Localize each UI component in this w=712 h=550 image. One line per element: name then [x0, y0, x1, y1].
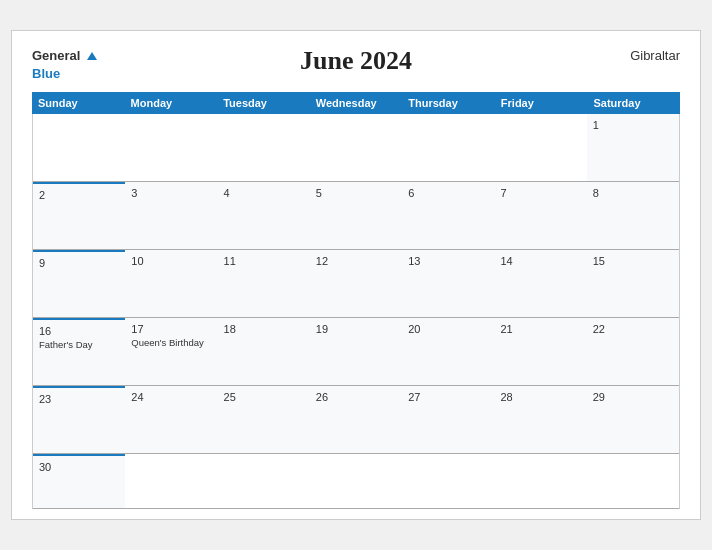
- day-number: 21: [500, 323, 580, 335]
- day-number: 22: [593, 323, 673, 335]
- day-cell: 4: [218, 182, 310, 250]
- day-cell: [310, 114, 402, 182]
- day-cell: [402, 114, 494, 182]
- day-number: 14: [500, 255, 580, 267]
- day-number: 6: [408, 187, 488, 199]
- logo: General Blue: [32, 46, 97, 82]
- day-cell: [402, 454, 494, 509]
- day-number: 8: [593, 187, 673, 199]
- day-cell: [218, 454, 310, 509]
- day-cell: [587, 454, 679, 509]
- day-number: 11: [224, 255, 304, 267]
- day-cell: [494, 454, 586, 509]
- day-header-friday: Friday: [495, 92, 588, 114]
- day-cell: 18: [218, 318, 310, 386]
- calendar-title: June 2024: [300, 46, 412, 76]
- day-cell: 23: [33, 386, 125, 454]
- day-cell: [33, 114, 125, 182]
- logo-blue: Blue: [32, 66, 60, 81]
- event-text: Father's Day: [39, 339, 119, 351]
- day-number: 25: [224, 391, 304, 403]
- day-cell: 3: [125, 182, 217, 250]
- logo-triangle-icon: [87, 52, 97, 60]
- day-cell: 13: [402, 250, 494, 318]
- day-number: 23: [39, 393, 119, 405]
- calendar-grid: 12345678910111213141516Father's Day17Que…: [32, 114, 680, 509]
- day-header-monday: Monday: [125, 92, 218, 114]
- day-cell: 12: [310, 250, 402, 318]
- day-cell: [125, 114, 217, 182]
- day-number: 12: [316, 255, 396, 267]
- day-number: 1: [593, 119, 673, 131]
- day-header-thursday: Thursday: [402, 92, 495, 114]
- day-header-tuesday: Tuesday: [217, 92, 310, 114]
- day-header-sunday: Sunday: [32, 92, 125, 114]
- day-number: 5: [316, 187, 396, 199]
- day-number: 10: [131, 255, 211, 267]
- day-number: 30: [39, 461, 119, 473]
- logo-line1: General: [32, 46, 97, 64]
- day-number: 18: [224, 323, 304, 335]
- logo-line2: Blue: [32, 64, 60, 82]
- day-number: 19: [316, 323, 396, 335]
- day-cell: 28: [494, 386, 586, 454]
- day-number: 7: [500, 187, 580, 199]
- event-text: Queen's Birthday: [131, 337, 211, 349]
- day-number: 28: [500, 391, 580, 403]
- day-cell: 2: [33, 182, 125, 250]
- day-cell: [310, 454, 402, 509]
- day-number: 16: [39, 325, 119, 337]
- day-cell: 29: [587, 386, 679, 454]
- day-cell: 24: [125, 386, 217, 454]
- days-header: Sunday Monday Tuesday Wednesday Thursday…: [32, 92, 680, 114]
- day-number: 13: [408, 255, 488, 267]
- day-cell: 1: [587, 114, 679, 182]
- day-number: 24: [131, 391, 211, 403]
- day-cell: 27: [402, 386, 494, 454]
- day-cell: 14: [494, 250, 586, 318]
- day-cell: 25: [218, 386, 310, 454]
- day-cell: 22: [587, 318, 679, 386]
- day-number: 20: [408, 323, 488, 335]
- day-cell: [494, 114, 586, 182]
- day-cell: [125, 454, 217, 509]
- day-number: 3: [131, 187, 211, 199]
- day-number: 15: [593, 255, 673, 267]
- day-cell: 8: [587, 182, 679, 250]
- day-cell: 30: [33, 454, 125, 509]
- day-cell: 15: [587, 250, 679, 318]
- day-cell: 21: [494, 318, 586, 386]
- day-cell: 10: [125, 250, 217, 318]
- day-number: 4: [224, 187, 304, 199]
- day-number: 29: [593, 391, 673, 403]
- calendar-container: General Blue June 2024 Gibraltar Sunday …: [11, 30, 701, 520]
- day-header-wednesday: Wednesday: [310, 92, 403, 114]
- day-cell: 11: [218, 250, 310, 318]
- day-cell: 19: [310, 318, 402, 386]
- day-cell: [218, 114, 310, 182]
- day-cell: 20: [402, 318, 494, 386]
- day-number: 27: [408, 391, 488, 403]
- day-number: 26: [316, 391, 396, 403]
- calendar-region: Gibraltar: [630, 48, 680, 63]
- day-cell: 26: [310, 386, 402, 454]
- day-cell: 5: [310, 182, 402, 250]
- day-number: 2: [39, 189, 119, 201]
- day-cell: 9: [33, 250, 125, 318]
- day-number: 17: [131, 323, 211, 335]
- day-cell: 6: [402, 182, 494, 250]
- day-number: 9: [39, 257, 119, 269]
- day-cell: 16Father's Day: [33, 318, 125, 386]
- logo-general: General: [32, 48, 80, 63]
- day-cell: 7: [494, 182, 586, 250]
- day-header-saturday: Saturday: [587, 92, 680, 114]
- calendar-header: General Blue June 2024 Gibraltar: [32, 46, 680, 82]
- day-cell: 17Queen's Birthday: [125, 318, 217, 386]
